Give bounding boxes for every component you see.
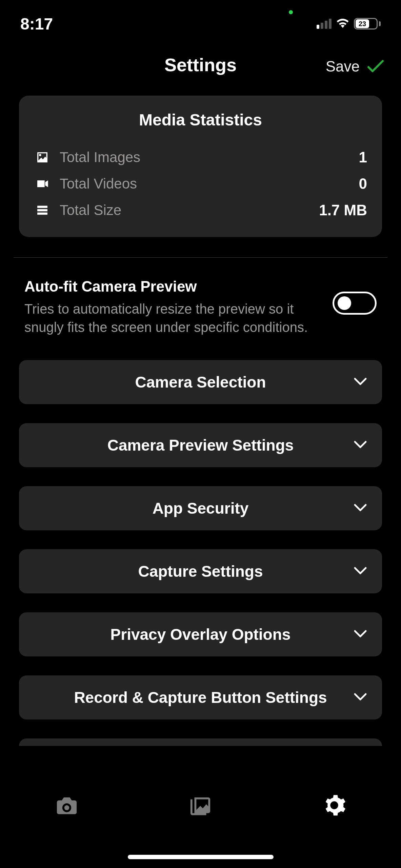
- tab-camera[interactable]: [55, 793, 79, 818]
- status-time: 8:17: [20, 15, 53, 33]
- section-app-security[interactable]: App Security: [19, 486, 382, 530]
- chevron-down-icon: [354, 692, 367, 703]
- divider: [14, 257, 387, 258]
- section-camera-selection[interactable]: Camera Selection: [19, 360, 382, 404]
- section-camera-preview-settings[interactable]: Camera Preview Settings: [19, 423, 382, 467]
- section-label: Capture Settings: [107, 562, 293, 580]
- chevron-down-icon: [354, 440, 367, 451]
- wifi-icon: [336, 18, 349, 29]
- autofit-title: Auto-fit Camera Preview: [24, 278, 319, 295]
- content: Media Statistics Total Images 1 Total Vi…: [0, 96, 401, 746]
- checkmark-icon: [367, 60, 384, 73]
- chevron-down-icon: [354, 629, 367, 640]
- video-icon: [34, 177, 51, 191]
- storage-icon: [34, 203, 51, 217]
- section-label: Privacy Overlay Options: [80, 625, 321, 644]
- section-privacy-overlay-options[interactable]: Privacy Overlay Options: [19, 612, 382, 656]
- autofit-description: Tries to automatically resize the previe…: [24, 300, 319, 336]
- section-label: Camera Selection: [104, 373, 296, 391]
- battery-indicator: 23: [354, 18, 381, 29]
- home-indicator[interactable]: [128, 855, 274, 859]
- section-label: App Security: [122, 499, 279, 517]
- tab-settings[interactable]: [322, 793, 346, 818]
- status-right: 23: [317, 18, 381, 29]
- chevron-down-icon: [354, 503, 367, 514]
- save-label: Save: [326, 58, 360, 75]
- stat-value: 1.7 MB: [319, 202, 367, 219]
- media-statistics-title: Media Statistics: [34, 111, 367, 129]
- section-label: Camera Preview Settings: [77, 436, 324, 454]
- save-button[interactable]: Save: [326, 58, 384, 75]
- page-title: Settings: [164, 54, 237, 75]
- stat-row-images: Total Images 1: [34, 144, 367, 171]
- toggle-knob: [338, 296, 351, 310]
- section-label: Record & Capture Button Settings: [43, 688, 357, 707]
- stat-value: 1: [359, 149, 367, 166]
- section-peek: [19, 738, 382, 746]
- stat-row-size: Total Size 1.7 MB: [34, 197, 367, 223]
- cellular-signal-icon: [317, 19, 332, 29]
- media-statistics-card: Media Statistics Total Images 1 Total Vi…: [19, 96, 382, 237]
- status-bar: 8:17 23: [0, 0, 401, 41]
- tab-gallery[interactable]: [188, 793, 212, 818]
- autofit-toggle[interactable]: [333, 292, 377, 315]
- stat-value: 0: [359, 175, 367, 192]
- app-header: Settings Save: [0, 41, 401, 96]
- chevron-down-icon: [354, 377, 367, 388]
- autofit-setting: Auto-fit Camera Preview Tries to automat…: [19, 278, 382, 336]
- stat-label: Total Videos: [60, 176, 359, 192]
- section-record-capture-button-settings[interactable]: Record & Capture Button Settings: [19, 675, 382, 719]
- stat-row-videos: Total Videos 0: [34, 171, 367, 197]
- section-capture-settings[interactable]: Capture Settings: [19, 549, 382, 593]
- chevron-down-icon: [354, 566, 367, 577]
- stat-label: Total Images: [60, 149, 359, 165]
- privacy-indicator-dot: [289, 10, 293, 14]
- image-icon: [34, 151, 51, 164]
- battery-level: 23: [356, 19, 369, 28]
- stat-label: Total Size: [60, 202, 319, 218]
